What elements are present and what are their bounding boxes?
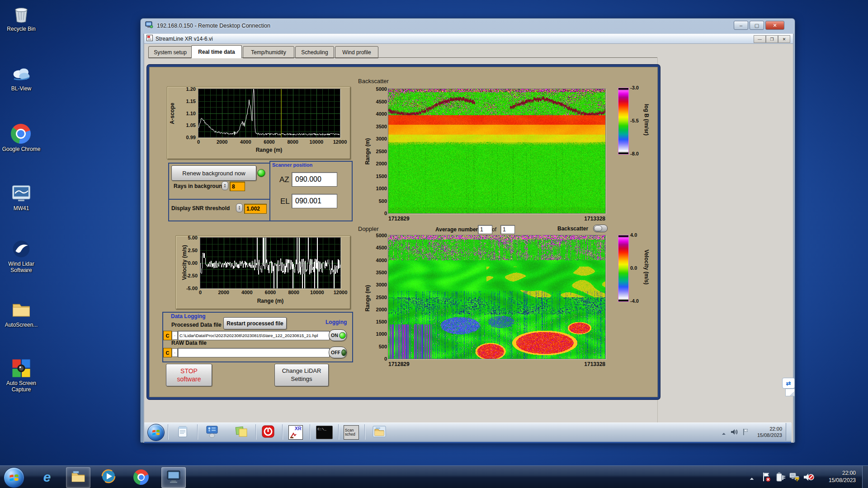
snr-spinner[interactable]: ▲▼ bbox=[236, 203, 243, 212]
stop-line2: software bbox=[177, 375, 201, 383]
host-show-desktop-button[interactable] bbox=[862, 466, 868, 488]
host-start-button[interactable] bbox=[4, 467, 24, 488]
connection-notification-icon[interactable]: ⇄ bbox=[782, 378, 795, 389]
velocity-x-ticks: 020004000600080001000012000 bbox=[200, 290, 340, 296]
remote-taskbar-explorer[interactable] bbox=[368, 424, 391, 441]
host-taskbar-media-player[interactable] bbox=[97, 467, 120, 487]
doppler-colorbar-ticks: 4.00.0-4.0 bbox=[629, 235, 645, 301]
remote-clock[interactable]: 22:00 15/08/2023 bbox=[752, 426, 782, 438]
remote-tray-flag-icon[interactable] bbox=[742, 428, 749, 438]
average-number-field[interactable]: 1 bbox=[478, 225, 492, 234]
remote-clock-time: 22:00 bbox=[752, 426, 782, 432]
rays-value-field[interactable]: 8 bbox=[230, 182, 245, 191]
tick-label: 0.0 bbox=[630, 265, 637, 271]
change-lidar-settings-button[interactable]: Change LiDAR Settings bbox=[274, 364, 329, 386]
remote-taskbar-display-settings[interactable] bbox=[200, 424, 224, 441]
host-tray-network-icon[interactable] bbox=[789, 472, 801, 484]
rdp-computer-icon bbox=[145, 21, 153, 30]
remote-taskbar-streamline-xr[interactable]: XR bbox=[284, 424, 307, 441]
logging-label: Logging bbox=[326, 319, 347, 325]
az-value-field[interactable]: 090.000 bbox=[292, 172, 337, 187]
taskbar-separator bbox=[255, 424, 256, 440]
host-taskbar-chrome[interactable] bbox=[129, 467, 153, 487]
processed-logging-on-button[interactable]: ON bbox=[329, 329, 347, 341]
tick-label: 2000 bbox=[218, 290, 229, 295]
host-tray-battery-icon[interactable] bbox=[775, 472, 786, 484]
restart-processed-file-button[interactable]: Restart processed file bbox=[223, 317, 287, 329]
el-value-field[interactable]: 090.001 bbox=[292, 194, 337, 208]
tick-label: 5000 bbox=[376, 233, 387, 238]
rdp-window-title: 192.168.0.150 - Remote Desktop Connectio… bbox=[157, 23, 270, 29]
host-tray-expand-icon[interactable] bbox=[749, 475, 755, 483]
processed-path-field[interactable]: C:\Lidar\Data\Proc\2023\202308\20230815\… bbox=[178, 331, 330, 340]
desktop-icon-wind-lidar[interactable]: Wind Lidar Software bbox=[1, 239, 41, 273]
stop-software-button[interactable]: STOP software bbox=[166, 364, 212, 386]
tick-label: 0.99 bbox=[186, 135, 196, 140]
remote-taskbar-notepad[interactable] bbox=[171, 424, 194, 441]
remote-show-desktop-button[interactable] bbox=[786, 423, 792, 441]
rays-spinner[interactable]: ▲▼ bbox=[222, 181, 228, 190]
rdp-titlebar[interactable]: 192.168.0.150 - Remote Desktop Connectio… bbox=[141, 19, 795, 33]
desktop-icon-bl-view[interactable]: BL-View bbox=[1, 63, 41, 92]
vi-restore-button[interactable]: ❐ bbox=[766, 35, 778, 43]
host-tray-action-center-icon[interactable] bbox=[761, 472, 771, 484]
desktop-icon-autoscreen-folder[interactable]: AutoScreen... bbox=[1, 300, 41, 328]
rdp-close-button[interactable]: ✕ bbox=[765, 21, 784, 30]
host-taskbar-explorer[interactable] bbox=[66, 467, 90, 488]
desktop-icon-auto-screen-capture[interactable]: Auto Screen Capture bbox=[1, 358, 41, 393]
tick-label: 5000 bbox=[376, 86, 387, 92]
tab-real-time-data[interactable]: Real time data bbox=[191, 45, 242, 58]
doppler-start-timestamp: 1712829 bbox=[388, 361, 410, 367]
taskbar-separator bbox=[197, 424, 198, 440]
desktop-icon-recycle-bin[interactable]: Recycle Bin bbox=[1, 4, 41, 32]
remote-taskbar-power-tool[interactable] bbox=[256, 424, 280, 441]
remote-taskbar-sticky-notes[interactable] bbox=[230, 424, 253, 441]
a-scope-x-axis-label: Range (m) bbox=[224, 147, 314, 153]
rdp-maximize-button[interactable]: ▢ bbox=[750, 21, 764, 30]
tab-temp-humidity[interactable]: Temp/humidity bbox=[243, 46, 294, 58]
vi-minimize-button[interactable]: — bbox=[754, 35, 766, 43]
cloud-icon bbox=[11, 63, 32, 84]
host-taskbar-remote-desktop[interactable] bbox=[161, 467, 186, 488]
vi-close-button[interactable]: ✕ bbox=[778, 35, 790, 43]
tab-wind-profile[interactable]: Wind profile bbox=[335, 46, 378, 58]
host-clock[interactable]: 22:00 15/08/2023 bbox=[821, 469, 856, 484]
rdp-window: 192.168.0.150 - Remote Desktop Connectio… bbox=[140, 18, 795, 443]
tab-system-setup[interactable]: System setup bbox=[148, 46, 192, 58]
remote-start-button[interactable] bbox=[147, 424, 165, 441]
rays-in-background-label: Rays in background bbox=[174, 183, 226, 189]
host-tray-volume-muted-icon[interactable] bbox=[803, 472, 815, 484]
tick-label: 500 bbox=[379, 344, 387, 349]
host-taskbar-internet-explorer[interactable]: e bbox=[35, 467, 59, 487]
vi-titlebar[interactable]: StreamLine XR v14-6.vi bbox=[144, 34, 793, 44]
chrome-icon bbox=[133, 469, 149, 485]
remote-taskbar-scan-scheduler[interactable]: Scansched bbox=[340, 424, 363, 441]
backscatter-colorbar-ticks: -3.0-5.5-8.0 bbox=[629, 88, 645, 154]
desktop-icon-mw41[interactable]: MW41 bbox=[1, 183, 41, 211]
snr-value-field[interactable]: 1.002 bbox=[244, 204, 267, 214]
raw-path-browse-icon[interactable]: ▫ bbox=[172, 348, 178, 357]
tab-scheduling[interactable]: Scheduling bbox=[295, 46, 334, 58]
remote-tray-expand-icon[interactable] bbox=[721, 430, 726, 438]
average-total-field[interactable]: 1 bbox=[500, 225, 515, 234]
tick-label: -4.0 bbox=[630, 298, 639, 304]
desktop-icon-label: AutoScreen... bbox=[1, 322, 41, 328]
tick-label: 2000 bbox=[376, 161, 387, 166]
remote-taskbar-command-prompt[interactable]: C:\_ bbox=[312, 424, 336, 441]
processed-path-browse-icon[interactable]: ▫ bbox=[172, 331, 178, 340]
tick-label: 0 bbox=[199, 290, 202, 295]
tick-label: 4000 bbox=[241, 290, 252, 295]
raw-drive-box[interactable]: C bbox=[163, 348, 172, 357]
raw-path-field[interactable] bbox=[178, 348, 330, 357]
backscatter-toggle-switch[interactable] bbox=[593, 225, 608, 232]
rdp-minimize-button[interactable]: – bbox=[734, 21, 748, 30]
remote-taskbar: XR C:\_ Scansched 22:0 bbox=[144, 422, 791, 443]
remote-tray-volume-icon[interactable] bbox=[730, 428, 738, 438]
raw-logging-off-button[interactable]: OFF bbox=[329, 347, 347, 358]
desktop-icon-google-chrome[interactable]: Google Chrome bbox=[1, 124, 41, 152]
processed-drive-box[interactable]: C bbox=[163, 331, 172, 340]
renew-background-button[interactable]: Renew background now bbox=[171, 165, 256, 181]
taskbar-separator bbox=[338, 424, 339, 440]
notification-page-corner bbox=[785, 389, 795, 396]
tick-label: 4500 bbox=[376, 245, 387, 250]
